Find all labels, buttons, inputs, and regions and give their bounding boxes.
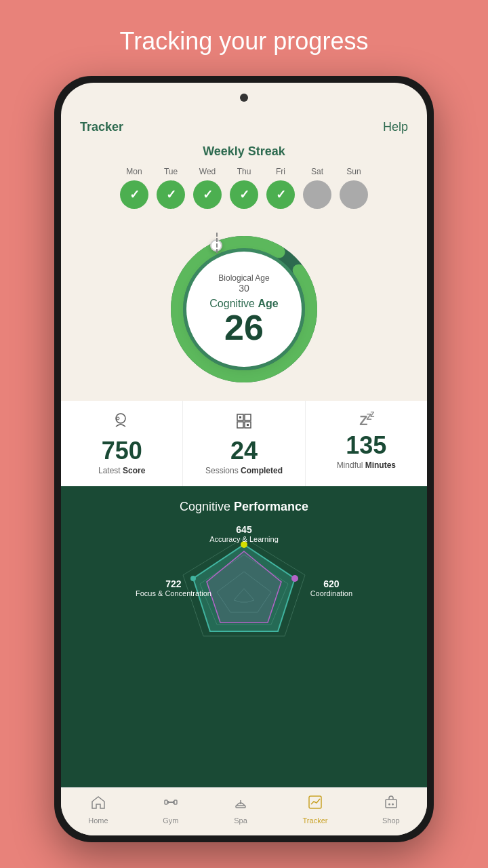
- radar-label-focus: 722 Focus & Concentration: [136, 578, 211, 597]
- day-circle-sat: [303, 180, 331, 209]
- latest-score-label: Latest Score: [98, 466, 145, 475]
- focus-label: Focus & Concentration: [136, 589, 211, 597]
- bottom-nav: Home Gym: [61, 787, 427, 835]
- nav-gym-label: Gym: [163, 816, 178, 825]
- stat-mindful-minutes: ZZZ 135 Mindful Minutes: [306, 401, 427, 486]
- day-wed: Wed ✓: [193, 167, 222, 209]
- svg-rect-28: [386, 800, 396, 808]
- svg-point-29: [388, 804, 390, 806]
- nav-spa-label: Spa: [234, 816, 247, 825]
- day-tue: Tue ✓: [157, 167, 185, 209]
- coordination-value: 620: [310, 578, 352, 589]
- day-circle-fri: ✓: [266, 180, 295, 209]
- radar-label-accuracy: 645 Accuracy & Learning: [209, 524, 279, 543]
- svg-rect-10: [239, 416, 241, 418]
- shop-icon: [384, 795, 399, 814]
- phone-frame: Tracker Help Weekly Streak Mon ✓ Tue ✓ W…: [54, 76, 434, 842]
- phone-screen: Tracker Help Weekly Streak Mon ✓ Tue ✓ W…: [61, 83, 427, 835]
- cognitive-section: Cognitive Performance: [61, 486, 427, 787]
- stat-latest-score: 750 Latest Score: [61, 401, 183, 486]
- biological-age-label: Biological Age: [218, 273, 269, 283]
- svg-rect-25: [173, 801, 174, 804]
- sessions-value: 24: [230, 439, 258, 463]
- spa-icon: [233, 795, 248, 814]
- nav-shop[interactable]: Shop: [382, 795, 400, 825]
- radar-chart: 645 Accuracy & Learning 620 Coordination…: [136, 524, 352, 673]
- svg-rect-21: [165, 800, 167, 804]
- dashed-line: [216, 233, 218, 253]
- weekly-streak-section: Weekly Streak Mon ✓ Tue ✓ Wed ✓ Thu ✓: [61, 141, 427, 224]
- day-circle-sun: [340, 180, 368, 209]
- svg-point-5: [117, 417, 119, 420]
- svg-rect-11: [247, 424, 249, 426]
- day-label-mon: Mon: [126, 167, 142, 176]
- nav-gym[interactable]: Gym: [163, 795, 178, 825]
- day-label-tue: Tue: [164, 167, 178, 176]
- weekly-streak-title: Weekly Streak: [75, 144, 413, 159]
- day-circle-mon: ✓: [120, 180, 148, 209]
- camera-notch: [240, 94, 248, 102]
- age-inner-circle: Biological Age 30 Cognitive Age 26: [186, 252, 302, 367]
- day-label-thu: Thu: [237, 167, 251, 176]
- nav-shop-label: Shop: [382, 816, 400, 825]
- tracker-title: Tracker: [80, 120, 123, 134]
- day-thu: Thu ✓: [230, 167, 258, 209]
- cognitive-title: Cognitive Performance: [180, 500, 308, 514]
- day-label-sat: Sat: [311, 167, 323, 176]
- brain-icon: [113, 412, 131, 435]
- svg-point-19: [291, 575, 298, 582]
- age-circle-section: Biological Age 30 Cognitive Age 26: [61, 224, 427, 401]
- svg-rect-8: [237, 422, 243, 428]
- day-sat: Sat: [303, 167, 331, 209]
- day-circle-tue: ✓: [157, 180, 185, 209]
- sessions-label: Sessions Completed: [205, 466, 283, 475]
- stat-sessions: 24 Sessions Completed: [183, 401, 305, 486]
- day-circle-wed: ✓: [193, 180, 222, 209]
- sessions-icon: [235, 412, 253, 435]
- svg-point-4: [116, 414, 125, 423]
- help-button[interactable]: Help: [383, 120, 408, 134]
- nav-spa[interactable]: Spa: [233, 795, 248, 825]
- biological-age-number: 30: [239, 283, 249, 294]
- latest-score-value: 750: [102, 439, 142, 463]
- tracker-icon: [308, 795, 323, 814]
- day-fri: Fri ✓: [266, 167, 295, 209]
- gym-icon: [163, 795, 178, 814]
- svg-point-30: [392, 804, 394, 806]
- sleep-icon: ZZZ: [359, 412, 373, 429]
- nav-home-label: Home: [88, 816, 108, 825]
- nav-tracker[interactable]: Tracker: [303, 795, 328, 825]
- home-icon: [91, 795, 106, 814]
- day-sun: Sun: [340, 167, 368, 209]
- radar-label-coordination: 620 Coordination: [310, 578, 352, 597]
- page-title: Tracking your progress: [120, 27, 369, 56]
- focus-value: 722: [136, 578, 211, 589]
- coordination-label: Coordination: [310, 589, 352, 597]
- screen-header: Tracker Help: [61, 83, 427, 141]
- day-label-wed: Wed: [199, 167, 216, 176]
- mindful-minutes-value: 135: [346, 433, 386, 458]
- accuracy-value: 645: [209, 524, 279, 535]
- mindful-minutes-label: Mindful Minutes: [337, 460, 396, 470]
- svg-rect-7: [245, 414, 251, 420]
- age-ring-container: Biological Age 30 Cognitive Age 26: [166, 231, 322, 387]
- day-mon: Mon ✓: [120, 167, 148, 209]
- nav-home[interactable]: Home: [88, 795, 108, 825]
- nav-tracker-label: Tracker: [303, 816, 328, 825]
- stats-row: 750 Latest Score 24 Sessions Completed: [61, 401, 427, 486]
- day-circle-thu: ✓: [230, 180, 258, 209]
- accuracy-label: Accuracy & Learning: [209, 535, 279, 543]
- svg-rect-26: [236, 806, 245, 808]
- days-row: Mon ✓ Tue ✓ Wed ✓ Thu ✓ Fri ✓: [75, 167, 413, 209]
- svg-rect-22: [174, 800, 177, 804]
- day-label-sun: Sun: [346, 167, 361, 176]
- cognitive-age-number: 26: [224, 310, 264, 345]
- day-label-fri: Fri: [276, 167, 285, 176]
- svg-rect-24: [167, 801, 169, 804]
